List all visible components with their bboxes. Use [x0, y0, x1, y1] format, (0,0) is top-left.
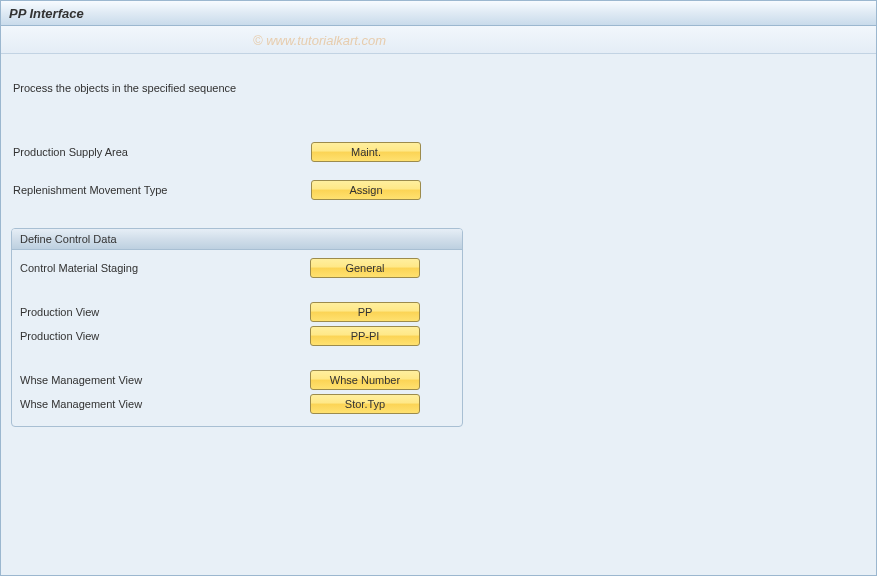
spacer — [12, 348, 462, 368]
maint-button[interactable]: Maint. — [311, 142, 421, 162]
whse-number-button[interactable]: Whse Number — [310, 370, 420, 390]
stortyp-button[interactable]: Stor.Typ — [310, 394, 420, 414]
general-button[interactable]: General — [310, 258, 420, 278]
label-replenishment-movement-type: Replenishment Movement Type — [11, 184, 311, 196]
label-whse-mgmt-number: Whse Management View — [12, 374, 310, 386]
label-whse-mgmt-stortyp: Whse Management View — [12, 398, 310, 410]
pppi-button[interactable]: PP-PI — [310, 326, 420, 346]
group-body: Control Material Staging General Product… — [12, 250, 462, 416]
row-whse-mgmt-stortyp: Whse Management View Stor.Typ — [12, 392, 462, 416]
label-control-material-staging: Control Material Staging — [12, 262, 310, 274]
content-area: Process the objects in the specified seq… — [1, 54, 876, 437]
row-replenishment-movement-type: Replenishment Movement Type Assign — [11, 178, 866, 202]
window-title-bar: PP Interface — [1, 1, 876, 26]
assign-button[interactable]: Assign — [311, 180, 421, 200]
sap-window: PP Interface © www.tutorialkart.com Proc… — [0, 0, 877, 576]
label-production-supply-area: Production Supply Area — [11, 146, 311, 158]
row-production-view-pppi: Production View PP-PI — [12, 324, 462, 348]
spacer — [12, 280, 462, 300]
row-whse-mgmt-number: Whse Management View Whse Number — [12, 368, 462, 392]
row-production-supply-area: Production Supply Area Maint. — [11, 140, 866, 164]
group-define-control-data: Define Control Data Control Material Sta… — [11, 228, 463, 427]
watermark-text: © www.tutorialkart.com — [253, 33, 386, 48]
group-title: Define Control Data — [12, 229, 462, 250]
pp-button[interactable]: PP — [310, 302, 420, 322]
toolbar-strip: © www.tutorialkart.com — [1, 26, 876, 54]
row-production-view-pp: Production View PP — [12, 300, 462, 324]
window-title: PP Interface — [9, 6, 84, 21]
label-production-view-pppi: Production View — [12, 330, 310, 342]
row-control-material-staging: Control Material Staging General — [12, 256, 462, 280]
instruction-text: Process the objects in the specified seq… — [11, 64, 866, 106]
label-production-view-pp: Production View — [12, 306, 310, 318]
